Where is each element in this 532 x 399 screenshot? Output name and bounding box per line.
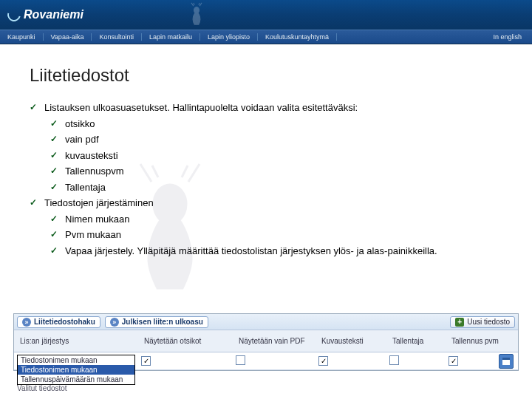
cell: ✓ (135, 356, 230, 366)
check-icon: ✓ (50, 244, 65, 259)
check-icon: ✓ (30, 100, 44, 115)
list-text: Tallennuspvm (65, 164, 502, 179)
check-icon: ✓ (50, 180, 65, 195)
list-item: ✓kuvausteksti (50, 149, 502, 163)
admin-panel: » Liitetiedostohaku » Julkisen liite:n u… (13, 313, 519, 371)
reindeer-icon (186, 1, 207, 28)
col-header: Lis:an järjestys (14, 337, 138, 345)
list-item: ✓vain pdf (50, 132, 502, 147)
logo: Rovaniemi (7, 8, 83, 21)
list-item: ✓ Listauksen ulkoasuasetukset. Hallintap… (30, 100, 502, 115)
col-header: Tallennus pvm (446, 337, 518, 345)
new-file-button[interactable]: + Uusi tiedosto (450, 316, 515, 328)
logo-swoop-icon (5, 6, 24, 24)
list-text: Vapaa järjestely. Ylläpitäjä määrittää t… (65, 244, 502, 259)
check-icon: ✓ (50, 117, 65, 132)
sort-dropdown[interactable]: Tiedostonimen mukaan Tiedostonimen mukaa… (17, 355, 135, 385)
list-text: Tiedostojen järjestäminen (44, 196, 502, 211)
col-header: Näytetään vain PDF (233, 337, 316, 345)
admin-columns: Lis:an järjestys Näytetään otsikot Näyte… (14, 330, 518, 352)
col-header: Kuvausteksti (316, 337, 386, 345)
nav-item-koulutus[interactable]: Koulutuskuntayhtymä (258, 33, 337, 41)
nav-bar: Kaupunki Vapaa-aika Konsultointi Lapin m… (0, 30, 532, 44)
nav-item-lapin-matkailu[interactable]: Lapin matkailu (142, 33, 200, 41)
cell: ✓ (313, 356, 383, 366)
list-text: Nimen mukaan (65, 212, 502, 227)
list-text: otsikko (65, 117, 502, 132)
valitut-label: Valitut tiedostot (17, 384, 67, 392)
floppy-icon (502, 358, 510, 365)
nav-item-kaupunki[interactable]: Kaupunki (0, 33, 44, 41)
chevron-icon: » (22, 318, 31, 327)
list-text: kuvausteksti (65, 149, 502, 163)
admin-toolbar: » Liitetiedostohaku » Julkisen liite:n u… (14, 314, 518, 330)
toggle-julkisen-ulkoasu[interactable]: » Julkisen liite:n ulkoasu (105, 316, 208, 328)
cell (230, 355, 313, 366)
checkbox-tallennuspvm[interactable]: ✓ (449, 356, 458, 366)
list-text: Pvm mukaan (65, 228, 502, 242)
nav-english[interactable]: In english (482, 33, 532, 41)
plus-icon: + (455, 318, 464, 327)
list-item: ✓Nimen mukaan (50, 212, 502, 227)
list-text: Tallentaja (65, 180, 502, 195)
bullet-list: ✓ Listauksen ulkoasuasetukset. Hallintap… (30, 100, 502, 258)
header: Rovaniemi (0, 0, 532, 30)
list-item: ✓otsikko (50, 117, 502, 132)
nav-item-vapaa-aika[interactable]: Vapaa-aika (44, 33, 92, 41)
dropdown-option-selected[interactable]: Tiedostonimen mukaan (18, 365, 134, 375)
save-button[interactable] (499, 354, 514, 369)
check-icon: ✓ (50, 132, 65, 147)
list-text: vain pdf (65, 132, 502, 147)
chevron-icon: » (110, 318, 119, 327)
list-item: ✓Pvm mukaan (50, 228, 502, 242)
nav-item-konsultointi[interactable]: Konsultointi (92, 33, 142, 41)
dropdown-option[interactable]: Tallennuspäivämäärän mukaan (18, 375, 134, 384)
checkbox-pdf[interactable] (236, 355, 245, 365)
check-icon: ✓ (50, 164, 65, 179)
cell (383, 355, 443, 366)
nav-item-lapin-yliopisto[interactable]: Lapin yliopisto (200, 33, 258, 41)
logo-text: Rovaniemi (24, 8, 83, 21)
new-file-label: Uusi tiedosto (467, 318, 510, 326)
dropdown-option[interactable]: Tiedostonimen mukaan (18, 355, 134, 365)
check-icon: ✓ (50, 212, 65, 227)
col-header: Tallentaja (386, 337, 446, 345)
check-icon: ✓ (30, 196, 44, 211)
toggle-label: Liitetiedostohaku (34, 318, 95, 326)
check-icon: ✓ (50, 149, 65, 163)
list-item: ✓ Tiedostojen järjestäminen (30, 196, 502, 211)
check-icon: ✓ (50, 228, 65, 242)
content: Liitetiedostot ✓ Listauksen ulkoasuasetu… (0, 44, 532, 258)
toggle-liitetiedostohaku[interactable]: » Liitetiedostohaku (17, 316, 100, 328)
list-item: ✓Vapaa järjestely. Ylläpitäjä määrittää … (50, 244, 502, 259)
checkbox-tallentaja[interactable] (389, 355, 399, 365)
list-item: ✓Tallentaja (50, 180, 502, 195)
col-header: Näytetään otsikot (138, 337, 233, 345)
toggle-label: Julkisen liite:n ulkoasu (122, 318, 203, 326)
page-title: Liitetiedostot (30, 65, 502, 86)
list-item: ✓Tallennuspvm (50, 164, 502, 179)
list-text: Listauksen ulkoasuasetukset. Hallintapuo… (44, 100, 502, 115)
checkbox-kuvausteksti[interactable]: ✓ (318, 356, 328, 366)
checkbox-otsikot[interactable]: ✓ (141, 356, 151, 366)
cell: ✓ (443, 356, 499, 366)
